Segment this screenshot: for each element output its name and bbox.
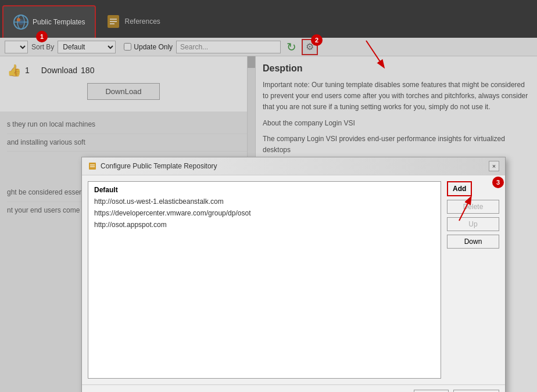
modal-close-button[interactable]: × <box>489 161 499 171</box>
add-btn-container: Add 3 <box>447 181 499 196</box>
cancel-button[interactable]: Cancel <box>453 390 499 392</box>
repo-list[interactable]: Default http://osot.us-west-1.elasticbea… <box>88 181 441 379</box>
delete-label: Delete <box>463 203 484 211</box>
repo-action-buttons: Add 3 Delete Up Down <box>447 181 499 379</box>
modal-body: Default http://osot.us-west-1.elasticbea… <box>82 175 505 384</box>
down-button[interactable]: Down <box>447 235 499 249</box>
modal-title: Configure Public Template Repository <box>88 161 217 171</box>
up-button[interactable]: Up <box>447 217 499 231</box>
badge-3: 3 <box>492 177 504 188</box>
add-button[interactable]: Add <box>447 181 472 196</box>
svg-rect-9 <box>89 163 96 170</box>
configure-repo-modal: Configure Public Template Repository × D… <box>81 157 506 392</box>
close-icon: × <box>492 163 496 170</box>
ok-button[interactable]: OK <box>414 390 449 392</box>
up-label: Up <box>468 220 477 228</box>
repo-item-default[interactable]: Default <box>91 184 438 196</box>
modal-icon <box>88 161 97 171</box>
modal-title-text: Configure Public Template Repository <box>101 162 217 170</box>
add-label: Add <box>453 185 466 193</box>
delete-button[interactable]: Delete <box>447 200 499 214</box>
repo-item-2[interactable]: https://developercenter.vmware.com/group… <box>91 207 438 219</box>
modal-title-bar: Configure Public Template Repository × <box>82 157 505 175</box>
badge-2: 2 <box>311 34 323 46</box>
down-label: Down <box>464 238 482 246</box>
repo-item-1[interactable]: http://osot.us-west-1.elasticbeanstalk.c… <box>91 196 438 207</box>
repo-item-3[interactable]: http://osot.appspot.com <box>91 219 438 231</box>
badge-1: 1 <box>36 31 48 42</box>
modal-footer: OK Cancel <box>82 384 505 392</box>
